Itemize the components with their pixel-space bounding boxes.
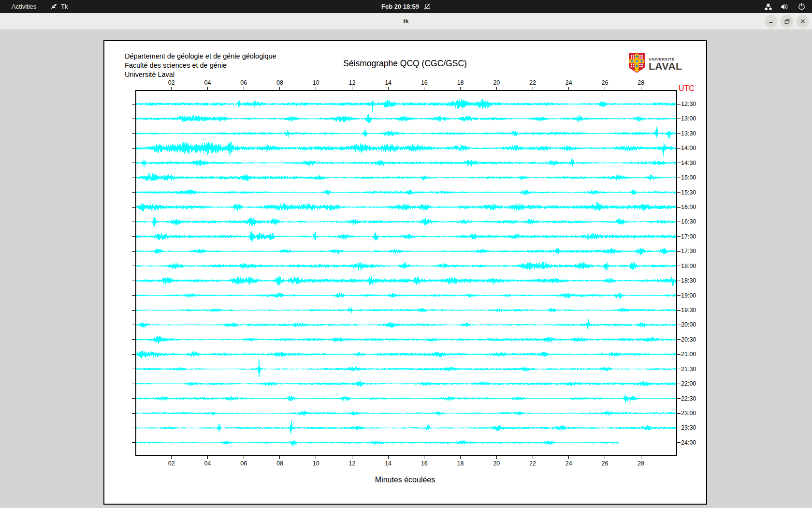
trace-tick-right [677, 266, 681, 266]
trace-tick-left [132, 354, 135, 355]
x-tick-label-bottom: 10 [309, 460, 323, 467]
trace-tick-left [132, 413, 135, 414]
x-tick-label-top: 02 [165, 79, 178, 86]
utc-time-label: 22:30 [681, 395, 696, 403]
header-line-3: Université Laval [125, 70, 276, 79]
x-tick-bottom [244, 456, 244, 459]
x-tick-label-bottom: 02 [165, 460, 178, 467]
minimize-icon [768, 18, 774, 24]
activities-button[interactable]: Activities [9, 0, 39, 13]
trace-tick-left [132, 251, 135, 252]
x-tick-bottom [641, 456, 641, 459]
x-tick-top [605, 87, 605, 90]
x-tick-top [496, 87, 497, 90]
utc-time-label: 21:00 [681, 350, 696, 358]
utc-time-label: 20:00 [681, 321, 696, 329]
trace-tick-left [132, 325, 135, 325]
utc-label: UTC [679, 84, 695, 93]
trace-tick-right [677, 398, 681, 399]
trace-tick-right [677, 339, 681, 340]
x-axis-title: Minutes écoulées [375, 476, 435, 484]
x-tick-bottom [460, 456, 461, 459]
utc-time-label: 13:30 [681, 130, 696, 137]
window-titlebar[interactable]: tk [0, 13, 812, 30]
trace-tick-left [132, 163, 135, 163]
trace-tick-right [677, 251, 681, 252]
trace-tick-right [677, 222, 681, 222]
x-tick-top [568, 87, 569, 90]
power-icon [798, 3, 805, 10]
trace-tick-right [677, 369, 681, 369]
x-tick-label-top: 06 [237, 79, 250, 86]
utc-time-label: 22:00 [681, 380, 696, 388]
trace-tick-left [132, 281, 135, 281]
trace-tick-right [677, 384, 681, 384]
x-tick-top [641, 87, 641, 90]
x-tick-label-bottom: 06 [237, 460, 250, 467]
network-wired-icon [765, 3, 772, 10]
trace-tick-left [132, 339, 135, 340]
trace-tick-left [132, 192, 135, 193]
trace-tick-left [132, 428, 135, 428]
x-tick-bottom [316, 456, 316, 459]
utc-time-label: 14:30 [681, 159, 696, 167]
header-line-1: Département de géologie et de génie géol… [125, 52, 276, 61]
seismograph-panel: Département de géologie et de génie géol… [103, 40, 707, 505]
trace-tick-right [677, 207, 681, 208]
utc-time-label: 18:00 [681, 262, 696, 270]
x-tick-label-top: 20 [490, 79, 503, 86]
trace-tick-right [677, 354, 681, 355]
x-tick-top [388, 87, 389, 90]
trace-tick-left [132, 442, 135, 443]
focused-app-label: Tk [61, 3, 68, 10]
x-tick-bottom [424, 456, 424, 459]
clock-menu[interactable]: Feb 20 18:59 [381, 0, 431, 13]
trace-tick-left [132, 266, 135, 266]
focused-app-menu[interactable]: Tk [50, 0, 68, 13]
x-tick-bottom [568, 456, 569, 459]
x-tick-label-bottom: 18 [454, 460, 467, 467]
utc-time-label: 19:30 [681, 306, 696, 314]
utc-time-label: 14:00 [681, 144, 696, 152]
utc-time-label: 17:30 [681, 247, 696, 255]
logo-laval-text: LAVAL [649, 61, 682, 71]
clock-label: Feb 20 18:59 [381, 3, 419, 10]
x-tick-top [279, 87, 280, 90]
minimize-button[interactable] [765, 15, 777, 28]
trace-tick-right [677, 442, 681, 443]
utc-time-label: 19:00 [681, 292, 696, 299]
x-tick-label-bottom: 28 [634, 460, 648, 467]
x-tick-top [424, 87, 424, 90]
x-tick-label-top: 12 [345, 79, 359, 86]
x-tick-label-bottom: 04 [201, 460, 214, 467]
x-tick-top [352, 87, 352, 90]
trace-tick-right [677, 236, 681, 237]
x-tick-top [244, 87, 244, 90]
trace-tick-left [132, 398, 135, 399]
x-tick-top [171, 87, 172, 90]
utc-time-label: 15:00 [681, 174, 696, 181]
utc-time-label: 13:00 [681, 115, 696, 122]
x-tick-label-bottom: 14 [381, 460, 395, 467]
seismogram-canvas [135, 90, 677, 456]
x-tick-label-top: 08 [273, 79, 287, 86]
x-tick-bottom [207, 456, 208, 459]
trace-tick-left [132, 178, 135, 178]
x-tick-label-bottom: 16 [418, 460, 431, 467]
header-line-2: Faculté des sciences et de génie [125, 61, 276, 70]
x-tick-label-top: 22 [526, 79, 539, 86]
close-button[interactable] [797, 15, 809, 28]
trace-tick-right [677, 281, 681, 281]
x-tick-top [316, 87, 316, 90]
x-tick-label-top: 04 [201, 79, 214, 86]
x-tick-label-bottom: 22 [526, 460, 539, 467]
utc-time-label: 16:00 [681, 203, 696, 211]
institution-header: Département de géologie et de génie géol… [125, 52, 276, 79]
maximize-button[interactable] [781, 15, 793, 28]
trace-tick-right [677, 133, 681, 134]
laval-crest-icon [628, 53, 645, 75]
utc-time-label: 23:00 [681, 409, 696, 417]
trace-tick-right [677, 310, 681, 311]
x-tick-label-top: 14 [381, 79, 395, 86]
system-status-area[interactable] [765, 0, 805, 13]
